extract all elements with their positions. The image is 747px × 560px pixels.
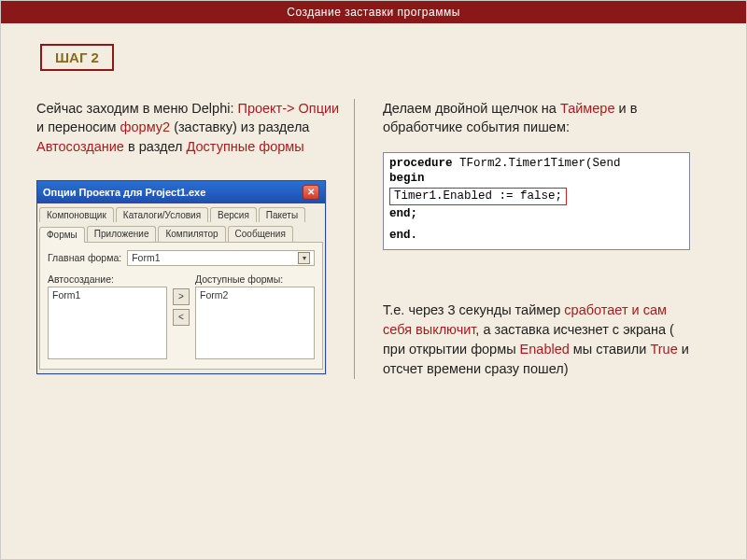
tab-messages[interactable]: Сообщения xyxy=(228,226,293,242)
tab-dirs[interactable]: Каталоги/Условия xyxy=(116,207,208,222)
kw-true: True xyxy=(650,342,677,357)
list-item[interactable]: Form2 xyxy=(200,289,310,301)
dialog-tabs-row2: Формы Приложение Компилятор Сообщения xyxy=(37,222,325,242)
list-item[interactable]: Form1 xyxy=(52,289,162,301)
tab-application[interactable]: Приложение xyxy=(87,226,157,242)
project-options-dialog: Опции Проекта для Project1.exe ✕ Компоно… xyxy=(36,180,326,374)
code-line-highlighted: Timer1.Enabled := false; xyxy=(389,187,684,206)
autocreate-label: Автосоздание: xyxy=(48,273,167,285)
step-badge: ШАГ 2 xyxy=(40,44,114,71)
tab-body-forms: Главная форма: Form1 ▾ Автосоздание: For… xyxy=(39,242,323,370)
content-area: Сейчас заходим в меню Delphi: Проект-> О… xyxy=(1,71,746,379)
kw-timer: Таймере xyxy=(560,101,615,116)
chevron-down-icon: ▾ xyxy=(298,252,310,264)
move-right-button[interactable]: > xyxy=(173,288,190,305)
main-form-label: Главная форма: xyxy=(48,252,121,263)
available-label: Доступные формы: xyxy=(195,273,315,285)
tab-version[interactable]: Версия xyxy=(210,207,257,222)
explanation-paragraph: Т.е. через 3 секунды таймер сработает и … xyxy=(383,301,690,379)
autocreate-listbox[interactable]: Form1 xyxy=(48,287,167,359)
move-left-button[interactable]: < xyxy=(173,309,190,326)
code-line: end; xyxy=(389,206,684,222)
kw-autocreate: Автосоздание xyxy=(36,139,124,154)
left-paragraph: Сейчас заходим в меню Delphi: Проект-> О… xyxy=(36,99,345,156)
left-column: Сейчас заходим в меню Delphi: Проект-> О… xyxy=(36,99,354,379)
kw-enabled: Enabled xyxy=(520,342,570,357)
available-listbox[interactable]: Form2 xyxy=(195,287,315,359)
slide-title: Создание заставки программы xyxy=(287,6,460,19)
dialog-titlebar[interactable]: Опции Проекта для Project1.exe ✕ xyxy=(37,181,325,203)
kw-project-options: Проект-> Опции xyxy=(237,101,339,116)
right-paragraph: Делаем двойной щелчок на Таймере и в обр… xyxy=(383,99,690,137)
code-snippet: procedure TForm2.Timer1Timer(Send begin … xyxy=(383,152,690,250)
kw-available-forms: Доступные формы xyxy=(187,139,304,154)
tab-packages[interactable]: Пакеты xyxy=(259,207,305,222)
code-line: procedure TForm2.Timer1Timer(Send xyxy=(389,156,684,172)
slide-header: Создание заставки программы xyxy=(1,1,746,23)
dialog-title: Опции Проекта для Project1.exe xyxy=(43,187,205,198)
code-line: end. xyxy=(389,228,684,244)
right-column: Делаем двойной щелчок на Таймере и в обр… xyxy=(354,99,690,379)
tab-compiler[interactable]: Компилятор xyxy=(158,226,225,242)
dialog-tabs-row1: Компоновщик Каталоги/Условия Версия Паке… xyxy=(37,203,325,222)
main-form-select[interactable]: Form1 ▾ xyxy=(127,250,315,266)
close-icon[interactable]: ✕ xyxy=(303,185,319,200)
code-line: begin xyxy=(389,171,684,187)
tab-linker[interactable]: Компоновщик xyxy=(39,207,114,222)
kw-form2: форму2 xyxy=(120,119,171,134)
tab-forms[interactable]: Формы xyxy=(39,227,85,243)
